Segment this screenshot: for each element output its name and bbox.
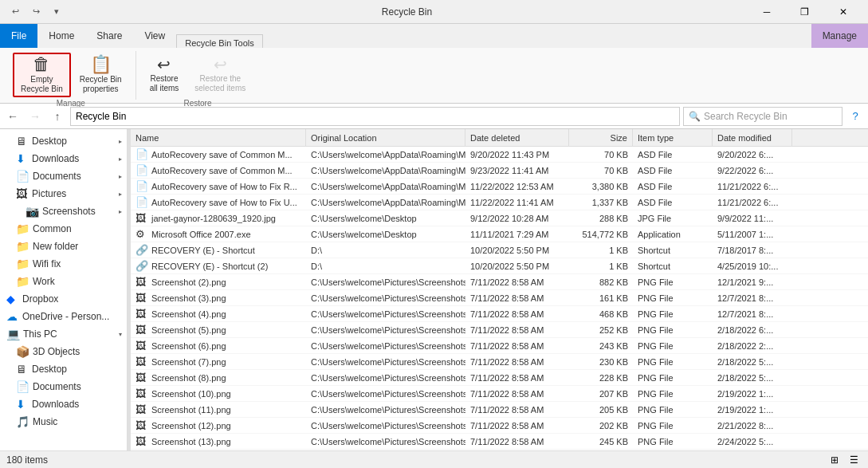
file-cell-type: PNG File bbox=[633, 418, 713, 433]
sidebar-wifi-fix-label: Wifi fix bbox=[33, 258, 61, 269]
file-cell-name: 🖼 Screenshot (4).png bbox=[131, 306, 306, 321]
wifi-fix-icon: 📁 bbox=[16, 258, 29, 270]
nav-back-button[interactable]: ← bbox=[3, 107, 22, 126]
table-row[interactable]: 🖼 Screenshot (7).png C:\Users\welcome\Pi… bbox=[131, 354, 868, 370]
nav-bar: ← → ↑ Recycle Bin 🔍 Search Recycle Bin ? bbox=[0, 104, 868, 129]
file-cell-orig-location: C:\Users\welcome\Pictures\Screenshots bbox=[306, 354, 465, 369]
sidebar-item-work[interactable]: 📁 Work bbox=[0, 273, 127, 290]
restore-selected-button[interactable]: ↩ Restore theselected items bbox=[187, 53, 253, 97]
minimize-button[interactable]: ─ bbox=[748, 0, 785, 24]
file-cell-orig-location: C:\Users\welcome\Pictures\Screenshots bbox=[306, 434, 465, 449]
empty-recycle-bin-label: EmptyRecycle Bin bbox=[21, 75, 63, 94]
table-row[interactable]: 🖼 Screenshot (11).png C:\Users\welcome\P… bbox=[131, 402, 868, 418]
quick-access-dropdown[interactable]: ▾ bbox=[48, 3, 65, 21]
file-cell-size: 1,337 KB bbox=[569, 195, 633, 210]
tab-file[interactable]: File bbox=[0, 24, 37, 48]
sidebar-item-downloads2[interactable]: ⬇ Downloads bbox=[0, 395, 127, 413]
table-row[interactable]: 📄 AutoRecovery save of Common M... C:\Us… bbox=[131, 147, 868, 163]
sidebar-onedrive-label: OneDrive - Person... bbox=[22, 311, 109, 322]
table-row[interactable]: 🖼 Screenshot (4).png C:\Users\welcome\Pi… bbox=[131, 306, 868, 322]
sidebar-item-3d-objects[interactable]: 📦 3D Objects bbox=[0, 343, 127, 360]
recycle-bin-properties-button[interactable]: 📋 Recycle Binproperties bbox=[73, 53, 129, 97]
sidebar-pictures-label: Pictures bbox=[32, 188, 66, 199]
nav-forward-button[interactable]: → bbox=[26, 107, 45, 126]
sidebar-desktop-label: Desktop bbox=[32, 136, 67, 147]
file-cell-size: 1 KB bbox=[569, 258, 633, 273]
file-cell-date-modified: 2/18/2022 6:... bbox=[713, 322, 792, 337]
table-row[interactable]: 🖼 Screenshot (13).png C:\Users\welcome\P… bbox=[131, 434, 868, 450]
file-cell-name: 🔗 RECOVERY (E) - Shortcut bbox=[131, 242, 306, 258]
sidebar-item-documents[interactable]: 📄 Documents ▸ bbox=[0, 167, 127, 185]
tab-manage[interactable]: Manage bbox=[811, 24, 868, 48]
restore-all-items-button[interactable]: ↩ Restoreall items bbox=[143, 53, 187, 97]
col-header-date-modified[interactable]: Date modified bbox=[713, 129, 792, 146]
table-row[interactable]: 🖼 Screenshot (2).png C:\Users\welcome\Pi… bbox=[131, 274, 868, 290]
nav-up-button[interactable]: ↑ bbox=[48, 107, 67, 126]
sidebar-item-wifi-fix[interactable]: 📁 Wifi fix bbox=[0, 255, 127, 273]
file-cell-type: PNG File bbox=[633, 354, 713, 369]
sidebar-item-screenshots[interactable]: 📷 Screenshots ▸ bbox=[0, 203, 127, 220]
file-cell-date-deleted: 11/22/2022 11:41 AM bbox=[465, 195, 569, 210]
sidebar-downloads-label: Downloads bbox=[32, 153, 79, 164]
table-row[interactable]: 🔗 RECOVERY (E) - Shortcut D:\ 10/20/2022… bbox=[131, 242, 868, 258]
properties-label: Recycle Binproperties bbox=[80, 75, 122, 94]
table-row[interactable]: 📄 AutoRecovery save of How to Fix U... C… bbox=[131, 195, 868, 210]
sidebar-item-this-pc[interactable]: 💻 This PC ▾ bbox=[0, 325, 127, 343]
table-row[interactable]: 🖼 Screenshot (12).png C:\Users\welcome\P… bbox=[131, 418, 868, 434]
table-row[interactable]: 📄 AutoRecovery save of How to Fix R... C… bbox=[131, 179, 868, 195]
file-cell-name: 🔗 RECOVERY (E) - Shortcut (2) bbox=[131, 258, 306, 273]
search-bar[interactable]: 🔍 Search Recycle Bin bbox=[683, 107, 842, 126]
table-row[interactable]: 🖼 Screenshot (5).png C:\Users\welcome\Pi… bbox=[131, 322, 868, 338]
col-header-size[interactable]: Size bbox=[569, 129, 633, 146]
quick-access-undo[interactable]: ↩ bbox=[6, 3, 24, 21]
col-header-name[interactable]: Name bbox=[131, 129, 306, 146]
sidebar-item-pictures[interactable]: 🖼 Pictures ▸ bbox=[0, 185, 127, 203]
tab-view[interactable]: View bbox=[133, 24, 176, 48]
sidebar-item-music[interactable]: 🎵 Music bbox=[0, 413, 127, 431]
file-cell-size: 70 KB bbox=[569, 147, 633, 162]
file-cell-date-deleted: 7/11/2022 8:58 AM bbox=[465, 386, 569, 401]
col-header-item-type[interactable]: Item type bbox=[633, 129, 713, 146]
file-cell-name: 🖼 Screenshot (12).png bbox=[131, 418, 306, 433]
quick-access-redo[interactable]: ↪ bbox=[27, 3, 45, 21]
close-button[interactable]: ✕ bbox=[825, 0, 862, 24]
sidebar-item-desktop[interactable]: 🖥 Desktop ▸ bbox=[0, 132, 127, 150]
3d-objects-icon: 📦 bbox=[16, 345, 29, 358]
grid-view-button[interactable]: ⊞ bbox=[827, 452, 842, 468]
sidebar-item-common[interactable]: 📁 Common bbox=[0, 220, 127, 238]
file-cell-date-deleted: 7/11/2022 8:58 AM bbox=[465, 354, 569, 369]
table-row[interactable]: 🖼 Screenshot (3).png C:\Users\welcome\Pi… bbox=[131, 290, 868, 306]
file-type-icon: 📄 bbox=[136, 148, 148, 160]
col-header-date-deleted[interactable]: Date deleted bbox=[465, 129, 569, 146]
table-row[interactable]: 🖼 janet-gaynor-1280639_1920.jpg C:\Users… bbox=[131, 210, 868, 226]
file-cell-date-deleted: 7/11/2022 8:58 AM bbox=[465, 434, 569, 449]
restore-button[interactable]: ❐ bbox=[787, 0, 823, 24]
sidebar-item-downloads[interactable]: ⬇ Downloads ▸ bbox=[0, 150, 127, 167]
file-cell-type: PNG File bbox=[633, 370, 713, 385]
help-button[interactable]: ? bbox=[846, 107, 865, 126]
sidebar-item-new-folder[interactable]: 📁 New folder bbox=[0, 238, 127, 255]
sidebar-item-documents2[interactable]: 📄 Documents bbox=[0, 378, 127, 395]
table-row[interactable]: ⚙ Microsoft Office 2007.exe C:\Users\wel… bbox=[131, 226, 868, 242]
file-type-icon: 🖼 bbox=[136, 403, 148, 415]
table-row[interactable]: 🖼 Screenshot (8).png C:\Users\welcome\Pi… bbox=[131, 370, 868, 386]
empty-recycle-bin-button[interactable]: 🗑 EmptyRecycle Bin bbox=[13, 53, 71, 97]
col-header-original-location[interactable]: Original Location bbox=[306, 129, 465, 146]
table-row[interactable]: 🔗 RECOVERY (E) - Shortcut (2) D:\ 10/20/… bbox=[131, 258, 868, 274]
file-cell-type: Shortcut bbox=[633, 258, 713, 273]
tab-home[interactable]: Home bbox=[37, 24, 85, 48]
tab-share[interactable]: Share bbox=[85, 24, 133, 48]
sidebar-item-desktop2[interactable]: 🖥 Desktop bbox=[0, 360, 127, 378]
file-cell-type: Application bbox=[633, 226, 713, 242]
table-row[interactable]: 📄 AutoRecovery save of Common M... C:\Us… bbox=[131, 163, 868, 179]
list-view-button[interactable]: ☰ bbox=[846, 452, 862, 468]
address-bar[interactable]: Recycle Bin bbox=[70, 107, 680, 126]
sidebar-item-dropbox[interactable]: ◆ Dropbox bbox=[0, 290, 127, 308]
window-title: Recycle Bin bbox=[382, 6, 432, 18]
sidebar-item-onedrive[interactable]: ☁ OneDrive - Person... bbox=[0, 308, 127, 325]
sidebar-new-folder-label: New folder bbox=[33, 241, 78, 252]
table-row[interactable]: 🖼 Screenshot (6).png C:\Users\welcome\Pi… bbox=[131, 338, 868, 354]
file-cell-type: ASD File bbox=[633, 195, 713, 210]
table-row[interactable]: 🖼 Screenshot (10).png C:\Users\welcome\P… bbox=[131, 386, 868, 402]
file-type-icon: 📄 bbox=[136, 180, 148, 192]
